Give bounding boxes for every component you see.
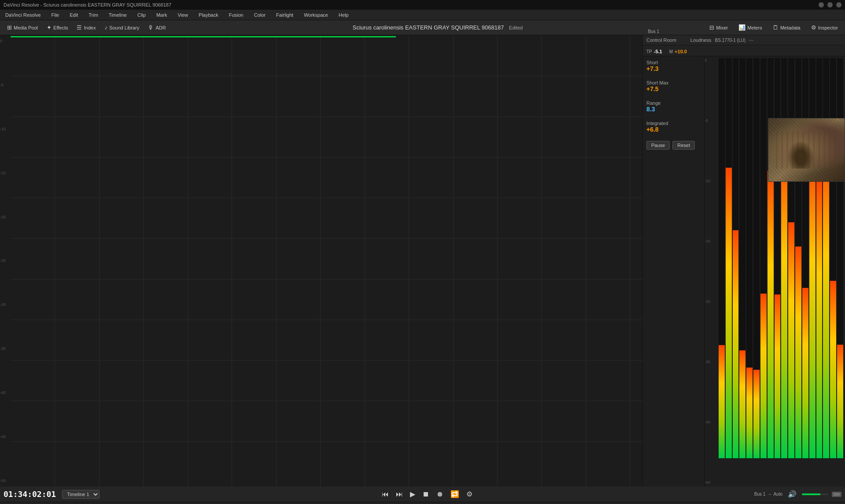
range-stat: Range 8.3 <box>646 100 701 113</box>
short-max-stat: Short Max +7.5 <box>646 80 701 92</box>
adr-icon: 🎙 <box>148 24 154 31</box>
metadata-icon: 🗒 <box>773 24 779 31</box>
adr-btn[interactable]: 🎙 ADR <box>144 22 169 33</box>
menu-clip[interactable]: Clip <box>136 11 148 18</box>
preview-image <box>768 118 845 182</box>
waveform-area: 0 -5 -10 -15 -20 -25 -30 -35 -40 -45 -50 <box>0 35 642 486</box>
top-toolbar: ⊞ Media Pool ✦ Effects ☰ Index ♪ Sound L… <box>0 20 845 35</box>
waveform-grid <box>11 35 642 486</box>
sound-library-btn[interactable]: ♪ Sound Library <box>101 22 143 33</box>
mixer-icon: ⊟ <box>709 24 714 31</box>
bus-routing: Bus 1 → Auto <box>754 492 782 497</box>
volume-icon[interactable]: 🔊 <box>786 489 798 499</box>
title-bar: DaVinci Resolve - Sciurus carolinensis E… <box>0 0 845 10</box>
maximize-btn[interactable] <box>827 2 833 7</box>
play-btn[interactable]: ▶ <box>408 489 417 499</box>
squirrel-thumbnail <box>768 118 845 181</box>
pause-button[interactable]: Pause <box>646 141 670 150</box>
timeline-section: 01:34:02:01 Timeline 1 ⏮ ⏭ ▶ ⏹ ⏺ 🔁 ⚙ Bus… <box>0 486 845 504</box>
minimize-btn[interactable] <box>819 2 824 7</box>
app-title: DaVinci Resolve - Sciurus carolinensis E… <box>4 2 171 7</box>
preview-area: 0 -5 -10 -15 -20 -30 -40 -50 <box>705 56 845 486</box>
integrated-stat: Integrated +6.8 <box>646 121 701 133</box>
stop-btn[interactable]: ⏹ <box>421 489 431 499</box>
inspector-icon: ⚙ <box>811 24 816 31</box>
effects-btn[interactable]: ✦ Effects <box>43 22 71 33</box>
transport-controls: ⏮ ⏭ ▶ ⏹ ⏺ 🔁 ⚙ <box>102 489 752 499</box>
effects-icon: ✦ <box>47 24 52 31</box>
meters-btn[interactable]: 📊 Meters <box>735 22 766 33</box>
menu-fairlight[interactable]: Fairlight <box>274 11 295 18</box>
waveform-scale: 0 -5 -10 -15 -20 -25 -30 -35 -40 -45 -50 <box>0 35 11 486</box>
meter-bars-area: 0 -5 -10 -15 -20 -30 -40 -50 <box>705 56 845 486</box>
media-pool-icon: ⊞ <box>7 24 12 31</box>
control-room-label: Control Room <box>646 37 676 43</box>
menu-bar: DaVinci Resolve File Edit Trim Timeline … <box>0 10 845 20</box>
metadata-btn[interactable]: 🗒 Metadata <box>769 22 804 33</box>
sound-library-icon: ♪ <box>104 24 107 31</box>
loop-btn[interactable]: 🔁 <box>449 489 461 499</box>
waveform-display: 0 -5 -10 -15 -20 -25 -30 -35 -40 -45 -50 <box>0 35 642 486</box>
timeline-selector[interactable]: Timeline 1 <box>62 490 100 499</box>
fast-forward-btn[interactable]: ⏭ <box>394 489 405 499</box>
loudness-stats: Short +7.3 Short Max +7.5 Range 8.3 Inte… <box>643 56 705 486</box>
menu-playback[interactable]: Playback <box>197 11 220 18</box>
rewind-btn[interactable]: ⏮ <box>380 489 391 499</box>
menu-timeline[interactable]: Timeline <box>107 11 129 18</box>
project-title-area: Sciurus carolinensis EASTERN GRAY SQUIRR… <box>171 24 705 31</box>
meters-main: Short +7.3 Short Max +7.5 Range 8.3 Inte… <box>643 56 845 486</box>
close-btn[interactable] <box>836 2 841 7</box>
transport-bar: 01:34:02:01 Timeline 1 ⏮ ⏭ ▶ ⏹ ⏺ 🔁 ⚙ Bus… <box>0 486 845 502</box>
meters-header: Control Room Loudness BS.1770-1 (LU) ··· <box>643 35 845 45</box>
inspector-btn[interactable]: ⚙ Inspector <box>808 22 841 33</box>
settings-btn[interactable]: ⚙ <box>465 489 474 499</box>
m-control: M +10.0 <box>669 49 687 54</box>
project-title: Sciurus carolinensis EASTERN GRAY SQUIRR… <box>353 24 504 31</box>
timecode-display: 01:34:02:01 <box>4 489 56 499</box>
menu-davinci[interactable]: DaVinci Resolve <box>4 11 43 18</box>
menu-fusion[interactable]: Fusion <box>227 11 245 18</box>
menu-help[interactable]: Help <box>337 11 351 18</box>
menu-view[interactable]: View <box>176 11 190 18</box>
media-pool-btn[interactable]: ⊞ Media Pool <box>4 22 41 33</box>
menu-file[interactable]: File <box>50 11 61 18</box>
meter-scale-left: 0 -5 -10 -15 -20 -30 -40 -50 <box>705 56 717 486</box>
index-btn[interactable]: ☰ Index <box>73 22 99 33</box>
loudness-standard: BS.1770-1 (LU) <box>715 38 745 43</box>
menu-workspace[interactable]: Workspace <box>302 11 330 18</box>
meter-bar-columns <box>717 56 845 460</box>
output-controls: Bus 1 → Auto 🔊 DM <box>754 489 841 499</box>
index-icon: ☰ <box>77 24 82 31</box>
menu-mark[interactable]: Mark <box>155 11 169 18</box>
record-btn[interactable]: ⏺ <box>435 489 445 499</box>
main-content: 0 -5 -10 -15 -20 -25 -30 -35 -40 -45 -50 <box>0 35 845 486</box>
loudness-controls: Pause Reset <box>646 141 701 150</box>
bus-label: Bus 1 <box>648 29 659 34</box>
volume-slider[interactable] <box>802 493 828 495</box>
loudness-label: Loudness <box>690 37 712 43</box>
tp-control: TP -5.1 <box>646 49 662 54</box>
progress-indicator <box>11 36 396 37</box>
edited-badge: Edited <box>509 25 523 30</box>
mixer-btn[interactable]: ⊟ Mixer <box>706 22 731 33</box>
menu-trim[interactable]: Trim <box>87 11 100 18</box>
reset-button[interactable]: Reset <box>672 141 695 150</box>
window-controls <box>819 2 841 7</box>
short-stat: Short +7.3 <box>646 60 701 72</box>
edit-toolbar: 🎞 ↖ + T ✂ ◎ 🔗 ⚑ ▾ 〰 ▾ ⬆ ○ </> ● <box>0 502 845 504</box>
dl-badge: DM <box>832 492 841 497</box>
menu-edit[interactable]: Edit <box>68 11 80 18</box>
right-panel: Control Room Loudness BS.1770-1 (LU) ···… <box>642 35 845 486</box>
menu-color[interactable]: Color <box>252 11 267 18</box>
loudness-options-btn[interactable]: ··· <box>749 37 753 43</box>
meters-icon: 📊 <box>738 24 745 31</box>
right-tools: ⊟ Mixer 📊 Meters 🗒 Metadata ⚙ Inspector <box>706 22 841 33</box>
